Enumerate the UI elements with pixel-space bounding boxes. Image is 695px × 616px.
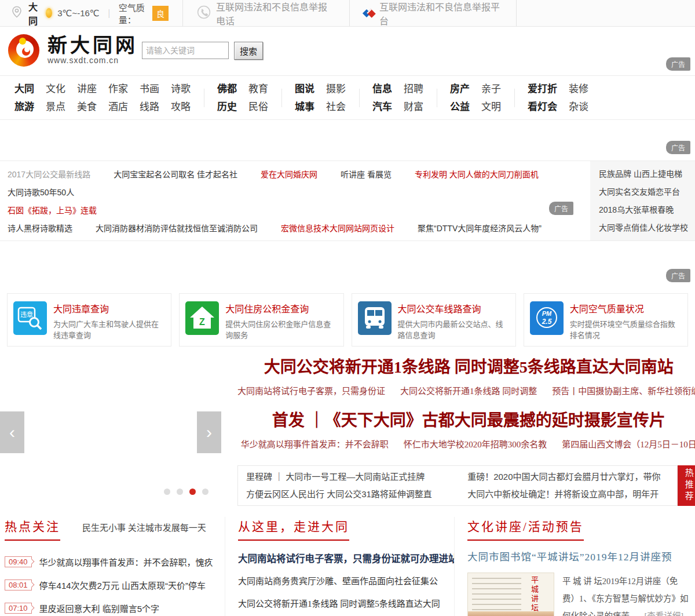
read-more-link[interactable]: [查看详细] (644, 611, 683, 616)
report-platform-link[interactable]: 互联网违法和不良信息举报平台 (350, 0, 517, 26)
service-description: 提供大同住房公积金账户信息查询服务 (225, 319, 337, 341)
ticker-item[interactable]: 大同六中新校址确定！并将新设立高中部，明年开 (467, 486, 669, 503)
enter-news-item[interactable]: 大同公交将新开通1条线路 同时调整5条线路直达大同 (238, 593, 454, 615)
text-link[interactable]: 专利发明 大同人做的大同刀削面机 (415, 168, 539, 180)
ad-badge[interactable]: 广告 (666, 141, 690, 154)
nav-item[interactable]: 信息 (372, 80, 392, 98)
service-title[interactable]: 大同住房公积金查询 (225, 301, 337, 315)
hot-news-item[interactable]: 09:40华少就高以翔事件首发声：并不会辞职，愧疚 (5, 550, 225, 573)
nav-item[interactable]: 大同 (14, 80, 34, 98)
nav-item[interactable]: 景点 (46, 98, 65, 116)
nav-item[interactable]: 社会 (326, 98, 346, 116)
enter-news-item[interactable]: 大同南站将试行电子客票，只需身份证就可办理进站 (238, 548, 454, 570)
sub-headline-link[interactable]: 第四届山西文博会（12月5日－10日 (562, 438, 695, 450)
nav-item[interactable]: 财富 (404, 98, 423, 116)
ticker-item[interactable]: 方便云冈区人民出行 大同公交31路将延伸调整直 (246, 486, 448, 503)
text-link[interactable]: 大同宝宝起名公司取名 佳才起名社 (114, 168, 237, 180)
text-link[interactable]: 大同实名交友婚恋平台 (599, 183, 695, 201)
ad-badge[interactable]: 广告 (666, 57, 690, 71)
text-link[interactable]: 诗人黑枒诗歌精选 (8, 222, 72, 234)
service-card[interactable]: Z大同住房公积金查询提供大同住房公积金账户信息查询服务 (179, 293, 343, 347)
nav-item[interactable]: 爱打折 (528, 80, 557, 98)
text-link[interactable]: 听讲座 看展览 (341, 168, 392, 180)
enter-news-item[interactable]: 大同南站商务贵宾厅沙雕、壁画作品面向社会征集公 (238, 570, 454, 593)
text-link[interactable]: 石囡《拓跋，上马》连载 (8, 204, 97, 216)
service-title[interactable]: 大同空气质量状况 (570, 301, 682, 315)
hot-news-item[interactable]: 07:10里皮返回意大利 临别赠言5个字 (5, 596, 225, 616)
nav-item[interactable]: 诗歌 (171, 80, 191, 98)
nav-item[interactable]: 书画 (140, 80, 159, 98)
carousel-dot[interactable] (189, 489, 196, 495)
nav-item[interactable]: 旅游 (14, 98, 34, 116)
nav-item[interactable]: 历史 (217, 98, 237, 116)
nav-item[interactable]: 装修 (569, 80, 588, 98)
service-card[interactable]: 违章大同违章查询为大同广大车主和驾驶人提供在线违章查询 (7, 293, 171, 347)
text-link[interactable]: 2017大同公交最新线路 (8, 168, 90, 180)
text-link[interactable]: 大同消防器材消防评估就找恒信至诚消防公司 (96, 222, 258, 234)
hot-recommend-badge: 热推荐 (678, 465, 695, 506)
culture-thumbnail[interactable]: 平城讲坛 (467, 573, 554, 616)
nav-item[interactable]: 佛都 (217, 80, 237, 98)
nav-item[interactable]: 线路 (140, 98, 159, 116)
text-link[interactable]: 聚焦“DTTV大同年度经济风云人物” (418, 222, 542, 234)
carousel-dot[interactable] (164, 489, 170, 495)
text-link[interactable]: 爱在大同婚庆网 (261, 168, 317, 180)
links-row: 诗人黑枒诗歌精选大同消防器材消防评估就找恒信至诚消防公司宏微信息技术大同网站网页… (8, 218, 590, 236)
report-phone-link[interactable]: 互联网违法和不良信息举报电话 (183, 0, 350, 26)
site-logo[interactable]: 新大同网 www.sxdt.com.cn (7, 32, 138, 67)
carousel-dot[interactable] (202, 489, 209, 495)
nav-item[interactable]: 文化 (46, 80, 65, 98)
nav-item[interactable]: 图说 (295, 80, 314, 98)
nav-item[interactable]: 美食 (77, 98, 97, 116)
nav-column: 爱打折看灯会 (528, 80, 557, 116)
carousel-next-button[interactable]: › (197, 411, 221, 453)
hot-news-list: 09:40华少就高以翔事件首发声：并不会辞职，愧疚08:01停车414次欠费2万… (5, 550, 225, 616)
service-card[interactable]: PM2.5大同空气质量状况实时提供环境空气质量综合指数排名情况 (524, 293, 688, 347)
search-button[interactable]: 搜索 (234, 42, 263, 60)
culture-headline[interactable]: 大同市图书馆“平城讲坛”2019年12月讲座预 (467, 549, 690, 563)
nav-item[interactable]: 攻略 (171, 98, 191, 116)
nav-item[interactable]: 公益 (450, 98, 470, 116)
sub-headline-link[interactable]: 华少就高以翔事件首发声：并不会辞职 (241, 438, 389, 450)
news-text: 停车414次欠费2万元 山西太原现“天价”停车 (39, 579, 206, 591)
text-link[interactable]: 大同零点俏佳人化妆学校 (599, 219, 695, 237)
nav-item[interactable]: 讲座 (77, 80, 97, 98)
search-input[interactable] (142, 42, 229, 59)
top-headline[interactable]: 大同公交将新开通1条线路 同时调整5条线路直达大同南站 (237, 357, 695, 378)
service-title[interactable]: 大同公交车线路查询 (398, 301, 510, 315)
nav-item[interactable]: 民俗 (248, 98, 268, 116)
ticker-item[interactable]: 里程碑 ｜ 大同市一号工程—大同南站正式挂牌 (246, 468, 448, 486)
ticker-item[interactable]: 重磅！2020中国大同古都灯会腊月廿六掌灯，带你 (467, 468, 669, 486)
nav-item[interactable]: 汽车 (372, 98, 392, 116)
nav-item[interactable]: 作家 (108, 80, 128, 98)
nav-item[interactable]: 城事 (295, 98, 314, 116)
sub-headline-link[interactable]: 大同公交将新开通1条线路 同时调整 (400, 384, 537, 396)
nav-item[interactable]: 招聘 (404, 80, 423, 98)
text-link[interactable]: 民族品牌 山西上捷电梯 (599, 165, 695, 183)
carousel-prev-button[interactable]: ‹ (0, 411, 24, 453)
nav-item[interactable]: 酒店 (108, 98, 128, 116)
second-headline[interactable]: 首发 ｜《天下大同》古都大同最震撼的延时摄影宣传片 (237, 410, 695, 431)
ad-badge[interactable]: 广告 (666, 269, 690, 282)
carousel-dot[interactable] (177, 489, 183, 495)
nav-item[interactable]: 摄影 (326, 80, 346, 98)
ad-badge[interactable]: 广告 (549, 202, 573, 215)
text-link[interactable]: 宏微信息技术大同网站网页设计 (281, 222, 394, 234)
nav-item[interactable]: 看灯会 (528, 98, 557, 116)
service-card[interactable]: 大同公交车线路查询提供大同市内最新公交站点、线路信息查询 (352, 293, 516, 347)
text-link[interactable]: 2018乌大张草根春晚 (599, 201, 695, 219)
air-quality-badge[interactable]: 良 (152, 6, 169, 21)
service-title[interactable]: 大同违章查询 (53, 301, 165, 315)
hot-news-item[interactable]: 08:01停车414次欠费2万元 山西太原现“天价”停车 (5, 573, 225, 596)
nav-item[interactable]: 文明 (481, 98, 501, 116)
nav-item[interactable]: 房产 (450, 80, 470, 98)
text-link[interactable]: 大同诗歌50年50人 (8, 186, 74, 198)
sub-headline-link[interactable]: 大同南站将试行电子客票，只需身份证 (237, 384, 385, 396)
nav-item[interactable]: 教育 (248, 80, 268, 98)
service-info: 大同空气质量状况实时提供环境空气质量综合指数排名情况 (570, 301, 682, 338)
city-label[interactable]: 大同 (28, 0, 41, 27)
nav-item[interactable]: 杂谈 (569, 98, 588, 116)
sub-headline-link[interactable]: 预告丨中国摄协副主席、新华社领衔编 (552, 384, 695, 396)
nav-item[interactable]: 亲子 (481, 80, 501, 98)
sub-headline-link[interactable]: 怀仁市大地学校2020年招聘300余名教 (404, 438, 547, 450)
